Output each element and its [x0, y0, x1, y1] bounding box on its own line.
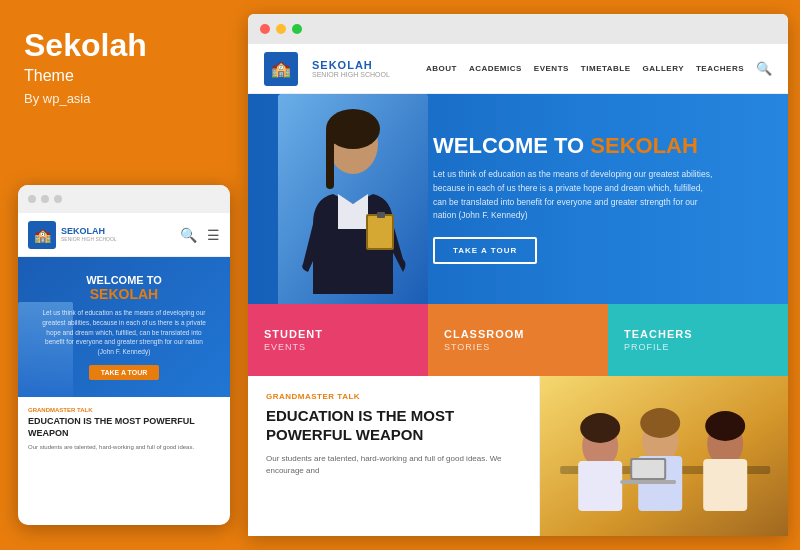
hero-welcome-span: WELCOME TO [433, 133, 584, 158]
teachers-profile-sub: PROFILE [624, 342, 772, 352]
bottom-left-section: Grandmaster Talk EDUCATION IS THE MOST P… [248, 376, 540, 536]
browser-dot-yellow[interactable] [276, 24, 286, 34]
mobile-bottom-tag: Grandmaster Talk [28, 407, 220, 413]
svg-rect-6 [377, 212, 385, 218]
nav-events[interactable]: EVENTS [534, 64, 569, 73]
mobile-sekolah-text: SEKOLAH [90, 286, 158, 302]
hero-person-image [278, 94, 428, 304]
nav-timetable[interactable]: TIMETABLE [581, 64, 631, 73]
mobile-nav-icons: 🔍 ☰ [180, 227, 220, 243]
site-nav-links: ABOUT ACADEMICS EVENTS TIMETABLE GALLERY… [426, 61, 772, 76]
student-events-title: STUDENT [264, 328, 412, 340]
mobile-logo-sub: SENIOR HIGH SCHOOL [61, 236, 117, 242]
site-logo-name: SEKOLAH [312, 59, 390, 71]
mobile-search-icon[interactable]: 🔍 [180, 227, 197, 243]
heading-line2: POWERFUL WEAPON [266, 426, 423, 443]
color-blocks: STUDENT EVENTS CLASSROOM STORIES TEACHER… [248, 304, 788, 376]
classroom-stories-title: CLASSROOM [444, 328, 592, 340]
svg-rect-5 [368, 216, 392, 248]
nav-teachers[interactable]: TEACHERS [696, 64, 744, 73]
bottom-content: Grandmaster Talk EDUCATION IS THE MOST P… [248, 376, 788, 536]
mobile-logo-shield: 🏫 [28, 221, 56, 249]
hero-desc: Let us think of education as the means o… [433, 168, 713, 222]
mobile-bottom-text: Our students are talented, hard-working … [28, 443, 220, 452]
svg-rect-19 [632, 460, 664, 478]
svg-rect-17 [703, 459, 747, 511]
nav-about[interactable]: ABOUT [426, 64, 457, 73]
browser-panel: 🏫 SEKOLAH SENIOR HIGH SCHOOL ABOUT ACADE… [248, 14, 788, 536]
theme-title: Sekolah [24, 28, 224, 63]
theme-subtitle: Theme [24, 67, 224, 85]
student-events-sub: EVENTS [264, 342, 412, 352]
mobile-dot-1 [28, 195, 36, 203]
mobile-dot-2 [41, 195, 49, 203]
site-hero: WELCOME TO SEKOLAH Let us think of educa… [248, 94, 788, 304]
hero-tour-button[interactable]: TAKE A TOUR [433, 237, 537, 264]
teachers-profile-title: TEACHERS [624, 328, 772, 340]
mobile-top-bar [18, 185, 230, 213]
mobile-welcome-text: WELCOME TO [86, 274, 162, 286]
site-logo-sub: SENIOR HIGH SCHOOL [312, 71, 390, 78]
mobile-bottom-content: Grandmaster Talk EDUCATION IS THE MOST P… [18, 397, 230, 485]
mobile-tour-button[interactable]: TAKE A TOUR [89, 365, 160, 380]
site-nav: 🏫 SEKOLAH SENIOR HIGH SCHOOL ABOUT ACADE… [248, 44, 788, 94]
mobile-hero: WELCOME TO SEKOLAH Let us think of educa… [18, 257, 230, 397]
classroom-stories-block[interactable]: CLASSROOM STORIES [428, 304, 608, 376]
hero-content: WELCOME TO SEKOLAH Let us think of educa… [433, 114, 733, 284]
svg-point-13 [640, 408, 680, 438]
bottom-heading: EDUCATION IS THE MOST POWERFUL WEAPON [266, 407, 521, 445]
mobile-logo-area: 🏫 SEKOLAH SENIOR HIGH SCHOOL [28, 221, 117, 249]
mobile-logo-name: SEKOLAH [61, 227, 117, 237]
svg-rect-20 [620, 480, 676, 484]
bottom-tag: Grandmaster Talk [266, 392, 521, 401]
heading-line1: EDUCATION IS THE MOST [266, 407, 454, 424]
bottom-image-area [540, 376, 788, 536]
browser-dot-red[interactable] [260, 24, 270, 34]
nav-academics[interactable]: ACADEMICS [469, 64, 522, 73]
mobile-nav: 🏫 SEKOLAH SENIOR HIGH SCHOOL 🔍 ☰ [18, 213, 230, 257]
mobile-mockup: 🏫 SEKOLAH SENIOR HIGH SCHOOL 🔍 ☰ WELCOME… [18, 185, 230, 525]
student-events-block[interactable]: STUDENT EVENTS [248, 304, 428, 376]
left-panel: Sekolah Theme By wp_asia 🏫 SEKOLAH SENIO… [0, 0, 248, 550]
browser-top-bar [248, 14, 788, 44]
browser-dot-green[interactable] [292, 24, 302, 34]
bottom-text: Our students are talented, hard-working … [266, 453, 521, 479]
mobile-bottom-heading: EDUCATION IS THE MOST POWERFUL WEAPON [28, 416, 220, 439]
site-logo-shield: 🏫 [264, 52, 298, 86]
svg-point-2 [326, 109, 380, 149]
search-icon[interactable]: 🔍 [756, 61, 772, 76]
svg-point-10 [580, 413, 620, 443]
svg-rect-3 [326, 129, 334, 189]
hero-welcome-text: WELCOME TO SEKOLAH [433, 134, 713, 158]
mobile-menu-icon[interactable]: ☰ [207, 227, 220, 243]
svg-point-16 [705, 411, 745, 441]
site-logo-text: SEKOLAH SENIOR HIGH SCHOOL [312, 59, 390, 78]
nav-gallery[interactable]: GALLERY [643, 64, 684, 73]
svg-rect-11 [578, 461, 622, 511]
author-label: By wp_asia [24, 91, 224, 106]
bottom-right-section [540, 376, 788, 536]
hero-sekolah-span: SEKOLAH [590, 133, 698, 158]
mobile-dot-3 [54, 195, 62, 203]
teachers-profile-block[interactable]: TEACHERS PROFILE [608, 304, 788, 376]
classroom-stories-sub: STORIES [444, 342, 592, 352]
mobile-hero-desc: Let us think of education as the means o… [30, 308, 218, 357]
